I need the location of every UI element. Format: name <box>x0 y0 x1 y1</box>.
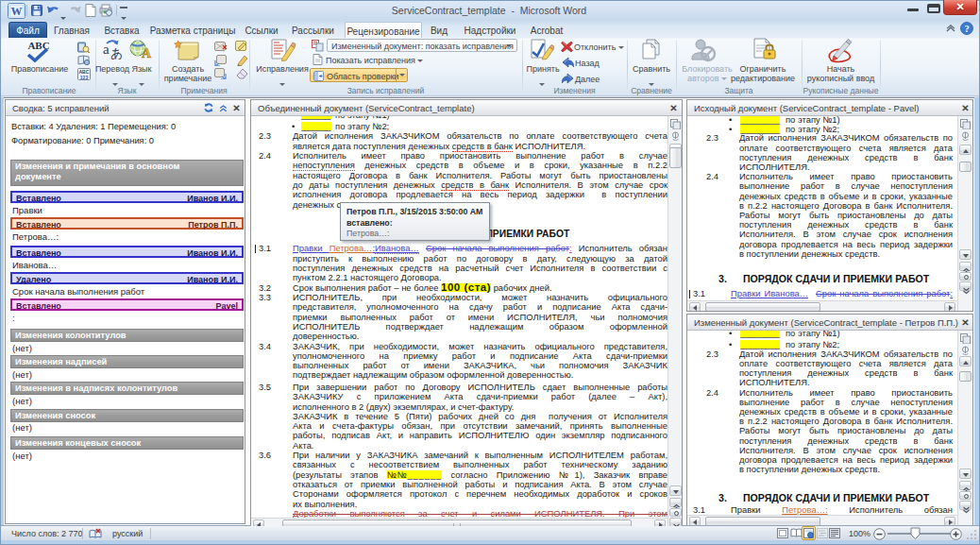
svg-text:a: a <box>103 42 110 57</box>
svg-text:A: A <box>142 46 152 60</box>
svg-text:123: 123 <box>80 75 89 80</box>
svg-text:あ: あ <box>110 46 123 60</box>
svg-text:W: W <box>11 5 23 18</box>
svg-text:?: ? <box>964 24 969 34</box>
